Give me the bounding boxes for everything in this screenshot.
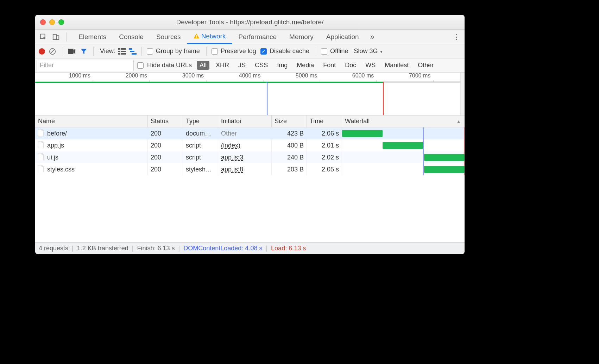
waterfall-bar <box>342 130 383 137</box>
tab-label: Performance <box>238 33 277 41</box>
filter-toggle-icon[interactable] <box>79 47 88 56</box>
timeline-tick: 3000 ms <box>182 73 205 79</box>
throttling-select[interactable]: Slow 3G ▾ <box>354 48 383 55</box>
minimize-window-button[interactable] <box>49 19 55 25</box>
col-size[interactable]: Size <box>272 115 307 127</box>
disable-cache-label: Disable cache <box>270 48 309 55</box>
request-name: before/ <box>47 130 67 137</box>
type-filter-font[interactable]: Font <box>320 61 339 70</box>
window-controls <box>35 19 64 25</box>
tab-label: Memory <box>289 33 314 41</box>
svg-rect-1 <box>53 34 56 39</box>
separator <box>62 47 62 56</box>
table-row[interactable]: app.js200script(index)400 B2.01 s <box>35 139 465 151</box>
cell-type: script <box>183 139 218 151</box>
table-row[interactable]: styles.css200stylesh…app.js:8203 B2.05 s <box>35 163 465 175</box>
chevron-down-icon: ▾ <box>380 49 383 54</box>
request-name: ui.js <box>47 154 58 161</box>
type-filter-media[interactable]: Media <box>294 61 317 70</box>
inspect-element-icon[interactable] <box>39 32 48 42</box>
throttling-value: Slow 3G <box>354 48 378 55</box>
timeline-overview[interactable]: 1000 ms2000 ms3000 ms4000 ms5000 ms6000 … <box>35 73 465 115</box>
preserve-log-checkbox[interactable] <box>212 48 218 55</box>
cell-time: 2.05 s <box>307 163 342 175</box>
separator <box>93 47 94 56</box>
col-time-label: Time <box>310 118 323 125</box>
svg-rect-11 <box>118 48 120 50</box>
offline-label: Offline <box>330 48 348 55</box>
disable-cache-checkbox[interactable] <box>260 48 267 55</box>
col-status[interactable]: Status <box>148 115 183 127</box>
request-name: styles.css <box>47 166 75 173</box>
tab-elements[interactable]: Elements <box>72 30 113 44</box>
initiator-text: Other <box>221 130 237 137</box>
group-by-frame-label: Group by frame <box>156 48 200 55</box>
cell-type: script <box>183 151 218 163</box>
view-waterfall-button[interactable] <box>129 48 137 55</box>
cell-status: 200 <box>148 163 183 175</box>
record-button[interactable] <box>39 48 45 55</box>
svg-rect-16 <box>121 53 126 55</box>
col-waterfall[interactable]: Waterfall▲ <box>342 115 465 127</box>
tab-performance[interactable]: Performance <box>232 30 283 44</box>
waterfall-bar <box>424 154 465 161</box>
tab-label: Console <box>119 33 144 41</box>
hide-data-urls-checkbox[interactable] <box>137 62 144 69</box>
group-by-frame-checkbox[interactable] <box>147 48 153 55</box>
type-filter-ws[interactable]: WS <box>362 61 378 70</box>
initiator-link[interactable]: app.js:3 <box>221 154 243 161</box>
type-filter-doc[interactable]: Doc <box>342 61 359 70</box>
table-row[interactable]: before/200docum…Other423 B2.06 s <box>35 127 465 139</box>
more-tabs-button[interactable]: » <box>365 32 379 42</box>
type-filter-all[interactable]: All <box>197 61 209 70</box>
status-finish: Finish: 6.13 s <box>137 245 175 252</box>
cell-size: 400 B <box>272 139 307 151</box>
cell-size: 203 B <box>272 163 307 175</box>
filter-input[interactable] <box>37 60 134 71</box>
tab-network[interactable]: Network <box>187 30 232 44</box>
device-toolbar-icon[interactable] <box>51 32 61 42</box>
devtools-menu-button[interactable]: ⋮ <box>453 30 460 44</box>
timeline-tick: 1000 ms <box>69 73 92 79</box>
tab-application[interactable]: Application <box>320 30 365 44</box>
svg-rect-14 <box>121 51 126 52</box>
cell-status: 200 <box>148 139 183 151</box>
cell-initiator: (index) <box>218 139 272 151</box>
type-filter-manifest[interactable]: Manifest <box>382 61 411 70</box>
network-filterbar: Hide data URLs AllXHRJSCSSImgMediaFontDo… <box>35 58 465 73</box>
clear-button[interactable] <box>48 47 57 56</box>
table-row[interactable]: ui.js200scriptapp.js:3240 B2.02 s <box>35 151 465 163</box>
type-filter-js[interactable]: JS <box>235 61 248 70</box>
timeline-tick: 5000 ms <box>296 73 319 79</box>
col-initiator[interactable]: Initiator <box>218 115 272 127</box>
cell-time: 2.01 s <box>307 139 342 151</box>
type-filter-other[interactable]: Other <box>415 61 436 70</box>
cell-initiator: app.js:3 <box>218 151 272 163</box>
col-time[interactable]: Time <box>307 115 342 127</box>
col-name[interactable]: Name <box>35 115 148 127</box>
type-filter-xhr[interactable]: XHR <box>213 61 232 70</box>
cell-waterfall <box>342 139 465 151</box>
zoom-window-button[interactable] <box>58 19 64 25</box>
network-statusbar: 4 requests| 1.2 KB transferred| Finish: … <box>35 242 465 254</box>
cell-size: 423 B <box>272 127 307 139</box>
col-name-label: Name <box>38 118 55 125</box>
col-type[interactable]: Type <box>183 115 218 127</box>
svg-rect-19 <box>132 53 137 55</box>
initiator-link[interactable]: app.js:8 <box>221 166 243 173</box>
offline-checkbox[interactable] <box>321 48 327 55</box>
table-body: before/200docum…Other423 B2.06 sapp.js20… <box>35 127 465 242</box>
close-window-button[interactable] <box>40 19 46 25</box>
view-large-rows-button[interactable] <box>118 48 126 55</box>
file-icon <box>38 153 47 162</box>
cell-status: 200 <box>148 151 183 163</box>
type-filter-css[interactable]: CSS <box>252 61 271 70</box>
initiator-link[interactable]: (index) <box>221 142 240 149</box>
tab-sources[interactable]: Sources <box>150 30 187 44</box>
tab-memory[interactable]: Memory <box>283 30 320 44</box>
screenshots-button[interactable] <box>67 47 76 56</box>
svg-rect-18 <box>130 51 134 52</box>
svg-marker-9 <box>74 49 76 54</box>
type-filter-img[interactable]: Img <box>274 61 290 70</box>
tab-console[interactable]: Console <box>113 30 150 44</box>
